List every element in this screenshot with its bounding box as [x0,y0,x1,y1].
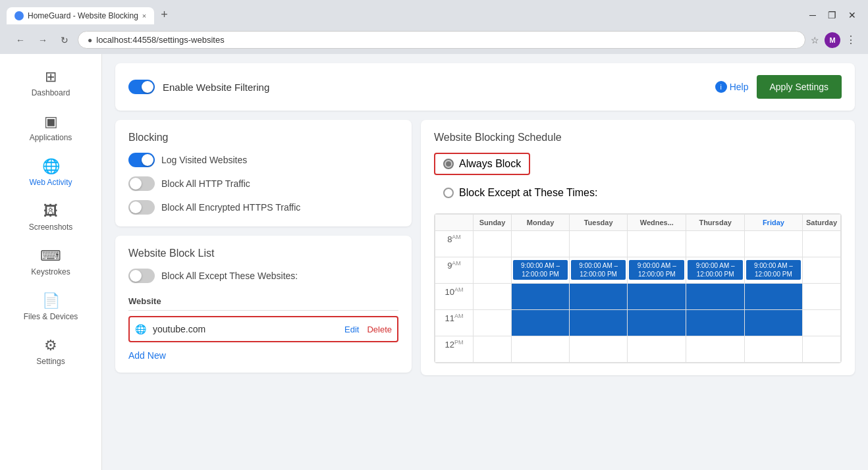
profile-avatar[interactable]: M [825,32,840,48]
sidebar-item-settings[interactable]: ⚙ Settings [0,330,101,373]
sidebar: ⊞ Dashboard ▣ Applications 🌐 Web Activit… [0,54,102,470]
sun-10am [474,284,512,310]
block-https-row: Block All Encrypted HTTPS Traffic [128,200,398,215]
block-https-knob [130,201,142,213]
monday-header: Monday [512,215,570,231]
sidebar-item-web-activity[interactable]: 🌐 Web Activity [0,151,101,194]
thu-10am [686,284,744,310]
tue-12pm [570,336,628,363]
thursday-header: Thursday [686,215,744,231]
time-12pm: 12PM [435,336,474,363]
maximize-btn[interactable]: ❐ [823,9,842,22]
browser-menu-btn[interactable]: ⋮ [846,34,856,46]
sidebar-item-applications[interactable]: ▣ Applications [0,107,101,149]
delete-website-btn[interactable]: Delete [367,325,392,334]
sun-11am [474,310,512,336]
time-9am: 9AM [435,257,474,284]
sidebar-item-files-devices[interactable]: 📄 Files & Devices [0,286,101,328]
two-col-layout: Blocking Log Visited Websites Block All … [115,120,855,375]
always-block-radio [443,159,454,169]
edit-website-btn[interactable]: Edit [344,325,359,334]
window-controls: ─ ❐ ✕ [804,9,861,22]
sidebar-label-dashboard: Dashboard [32,88,70,97]
sat-12pm [802,336,840,363]
tab-title: HomeGuard - Website Blocking [28,11,138,20]
screenshots-icon: 🖼 [43,203,58,220]
block-except-radio [443,188,454,198]
schedule-calendar[interactable]: Sunday Monday Tuesday Wednes... Thursday… [434,213,842,363]
blocking-title: Blocking [128,132,398,144]
log-visited-knob [142,154,153,166]
sidebar-item-dashboard[interactable]: ⊞ Dashboard [0,62,101,104]
wed-12pm [628,336,686,363]
wednesday-header: Wednes... [628,215,686,231]
dashboard-icon: ⊞ [45,68,57,86]
block-http-row: Block All HTTP Traffic [128,176,398,191]
toggle-knob [142,81,153,93]
friday-header: Friday [744,215,802,231]
saturday-header: Saturday [802,215,840,231]
sidebar-item-keystrokes[interactable]: ⌨ Keystrokes [0,241,101,283]
new-tab-btn[interactable]: + [155,5,173,24]
block-list-title: Website Block List [128,248,398,259]
close-btn[interactable]: ✕ [843,9,861,22]
time-row-9am: 9AM 9:00:00 AM – 12:00:00 PM 9:00:00 AM … [435,257,841,284]
log-visited-toggle[interactable] [128,153,155,167]
enable-filtering-toggle[interactable] [128,80,155,94]
mon-8am [512,231,570,257]
wed-11am [628,310,686,336]
website-url: youtube.com [153,324,344,334]
minimize-btn[interactable]: ─ [804,9,821,22]
browser-chrome: HomeGuard - Website Blocking × + ─ ❐ ✕ ←… [0,0,868,54]
thu-9am: 9:00:00 AM – 12:00:00 PM [686,257,744,284]
keystrokes-icon: ⌨ [40,248,61,265]
active-tab[interactable]: HomeGuard - Website Blocking × [7,7,154,24]
wed-9am: 9:00:00 AM – 12:00:00 PM [628,257,686,284]
tuesday-header: Tuesday [570,215,628,231]
event-thu-9am: 9:00:00 AM – 12:00:00 PM [688,260,742,280]
sun-9am [474,257,512,284]
sun-12pm [474,336,512,363]
add-new-btn[interactable]: Add New [128,350,166,361]
tab-close-btn[interactable]: × [142,12,146,20]
block-all-except-row: Block All Except These Websites: [128,269,398,283]
tue-8am [570,231,628,257]
settings-icon: ⚙ [44,337,57,354]
address-bar[interactable]: ● localhost:44558/settings-websites [78,31,805,49]
applications-icon: ▣ [44,113,58,130]
website-col-header: Website [128,292,398,311]
sidebar-label-keystrokes: Keystrokes [31,267,70,276]
bookmark-icon[interactable]: ☆ [811,35,819,45]
mon-9am: 9:00:00 AM – 12:00:00 PM [512,257,570,284]
files-devices-icon: 📄 [42,292,60,309]
schedule-radio-group: Always Block Block Except at These Times… [434,153,842,204]
reload-btn[interactable]: ↻ [57,34,72,47]
tab-bar: HomeGuard - Website Blocking × + [7,5,173,24]
event-fri-9am: 9:00:00 AM – 12:00:00 PM [746,260,801,280]
website-table: Website [128,292,398,311]
fri-10am [744,284,802,310]
block-except-option[interactable]: Block Except at These Times: [434,182,607,204]
apply-settings-btn[interactable]: Apply Settings [757,75,842,99]
always-block-option[interactable]: Always Block [434,153,530,175]
back-btn[interactable]: ← [12,34,29,47]
sidebar-item-screenshots[interactable]: 🖼 Screenshots [0,196,101,238]
block-https-toggle[interactable] [128,200,155,215]
event-wed-9am: 9:00:00 AM – 12:00:00 PM [629,260,684,280]
forward-btn[interactable]: → [34,34,51,47]
thu-8am [686,231,744,257]
thu-12pm [686,336,744,363]
block-all-except-knob [130,270,142,282]
main-content: Enable Website Filtering i Help Apply Se… [102,54,868,470]
block-all-except-toggle[interactable] [128,269,155,283]
help-btn[interactable]: i Help [715,81,749,93]
time-col-header [435,215,474,231]
app-container: ⊞ Dashboard ▣ Applications 🌐 Web Activit… [0,54,868,470]
sidebar-label-applications: Applications [30,133,72,142]
log-visited-row: Log Visited Websites [128,153,398,167]
block-http-toggle[interactable] [128,176,155,191]
cal-table: Sunday Monday Tuesday Wednes... Thursday… [435,214,841,363]
blocking-card: Blocking Log Visited Websites Block All … [115,120,412,226]
website-row-youtube: 🌐 youtube.com Edit Delete [128,316,398,342]
schedule-card: Website Blocking Schedule Always Block [421,120,855,375]
